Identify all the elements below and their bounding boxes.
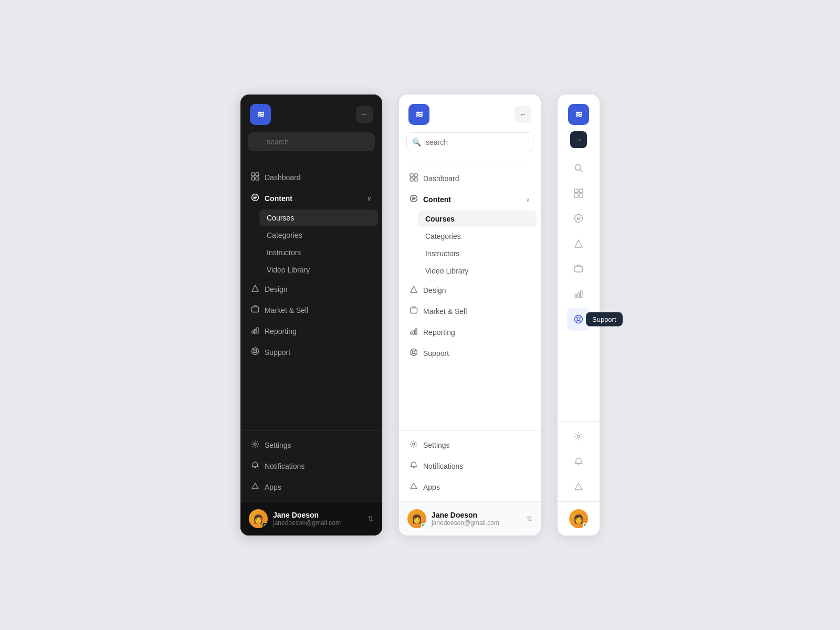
sidebar-item-support[interactable]: Support: [403, 343, 537, 363]
divider: [406, 162, 533, 162]
user-email: janedoeson@gmail.com: [273, 519, 362, 527]
reporting-label: Reporting: [423, 328, 455, 337]
settings-icon: [251, 440, 259, 450]
svg-rect-14: [410, 178, 413, 181]
svg-rect-3: [256, 177, 259, 180]
svg-rect-19: [413, 330, 415, 334]
submenu-item-categories[interactable]: Categories: [418, 228, 537, 245]
logo-icon: ≋: [575, 109, 582, 120]
market-icon: [410, 306, 418, 317]
sidebar-item-apps[interactable]: Apps: [403, 477, 537, 497]
svg-point-11: [254, 443, 256, 445]
sidebar-item-dashboard[interactable]: Dashboard: [403, 169, 537, 188]
sidebar-item-support[interactable]: Support: [245, 342, 378, 362]
icon-nav-apps[interactable]: [567, 475, 590, 498]
svg-point-10: [254, 350, 257, 353]
logo-button[interactable]: ≋: [568, 104, 589, 125]
bottom-nav: Settings Notifications Apps: [399, 430, 541, 501]
user-footer[interactable]: 👩 Jane Doeson janedoeson@gmail.com ⇅: [399, 501, 541, 536]
content-label: Content: [265, 194, 292, 203]
avatar: 👩: [569, 509, 588, 528]
icon-sidebar: ≋ → Support: [558, 94, 600, 536]
svg-point-22: [413, 351, 415, 354]
online-status-dot: [421, 523, 426, 528]
user-name: Jane Doeson: [273, 511, 362, 519]
main-nav: Dashboard Content ∨ Courses Categories I…: [240, 163, 382, 430]
submenu-item-instructors[interactable]: Instructors: [418, 245, 537, 262]
svg-point-35: [577, 318, 580, 321]
icon-nav-market[interactable]: [567, 257, 590, 280]
apps-label: Apps: [265, 483, 281, 491]
sidebar-item-reporting[interactable]: Reporting: [403, 322, 537, 342]
support-icon: [410, 348, 418, 359]
support-label: Support: [423, 349, 449, 358]
submenu-item-courses[interactable]: Courses: [259, 209, 378, 226]
light-sidebar: ≋ ← 🔍 Dashboard Content ∨ Courses: [399, 94, 541, 536]
icon-nav: Support: [558, 153, 600, 421]
sidebar-item-design[interactable]: Design: [403, 280, 537, 300]
logo-icon: ≋: [415, 109, 423, 120]
icon-sidebar-header: ≋ →: [568, 94, 589, 153]
expand-button[interactable]: →: [570, 131, 587, 148]
svg-rect-25: [574, 189, 578, 193]
search-input[interactable]: [406, 132, 533, 152]
sidebar-item-notifications[interactable]: Notifications: [403, 456, 537, 476]
search-container: 🔍: [406, 132, 533, 152]
sidebar-item-market-sell[interactable]: Market & Sell: [245, 300, 378, 320]
notifications-icon: [410, 461, 418, 471]
svg-point-9: [252, 348, 259, 355]
submenu-item-instructors[interactable]: Instructors: [259, 244, 378, 261]
icon-nav-support[interactable]: [567, 308, 590, 331]
submenu-item-courses[interactable]: Courses: [418, 211, 537, 227]
submenu-item-video-library[interactable]: Video Library: [418, 262, 537, 279]
reporting-label: Reporting: [265, 327, 297, 335]
user-info: Jane Doeson janedoeson@gmail.com: [432, 511, 521, 527]
content-submenu: Courses Categories Instructors Video Lib…: [259, 209, 378, 278]
dashboard-label: Dashboard: [265, 173, 301, 182]
notifications-icon: [251, 461, 259, 471]
icon-nav-design[interactable]: [567, 232, 590, 255]
svg-rect-1: [256, 173, 259, 176]
market-icon: [251, 305, 259, 316]
search-input[interactable]: [248, 132, 375, 151]
design-icon: [410, 285, 418, 296]
user-info: Jane Doeson janedoeson@gmail.com: [273, 511, 362, 527]
sidebar-item-notifications[interactable]: Notifications: [245, 456, 378, 476]
sidebar-item-apps[interactable]: Apps: [245, 477, 378, 497]
svg-point-36: [578, 435, 580, 438]
sort-arrows-icon: ⇅: [526, 514, 532, 523]
chevron-icon: ∨: [526, 196, 530, 203]
sidebar-item-content[interactable]: Content ∨: [403, 190, 537, 209]
icon-nav-notifications[interactable]: [567, 450, 590, 473]
back-button[interactable]: ←: [514, 106, 531, 123]
content-icon: [251, 193, 259, 204]
sidebar-item-content[interactable]: Content ∨: [245, 188, 378, 208]
icon-nav-reporting[interactable]: [567, 282, 590, 306]
submenu-item-categories[interactable]: Categories: [259, 227, 378, 244]
icon-nav-content[interactable]: [567, 207, 590, 230]
svg-rect-15: [414, 178, 417, 181]
user-footer[interactable]: 👩 Jane Doeson janedoeson@gmail.com ⇅: [240, 501, 382, 536]
logo-button[interactable]: ≋: [250, 104, 271, 125]
icon-bottom-nav: [558, 421, 600, 501]
icon-nav-dashboard[interactable]: [567, 182, 590, 205]
sidebar-item-design[interactable]: Design: [245, 279, 378, 299]
icon-nav-settings[interactable]: [567, 425, 590, 448]
sidebar-item-settings[interactable]: Settings: [403, 435, 537, 455]
submenu-item-video-library[interactable]: Video Library: [259, 261, 378, 278]
support-label: Support: [265, 348, 290, 356]
icon-nav-search[interactable]: [567, 156, 590, 180]
sidebar-item-settings[interactable]: Settings: [245, 435, 378, 455]
content-icon: [410, 194, 418, 205]
svg-point-21: [411, 349, 417, 356]
settings-icon: [410, 440, 418, 450]
svg-rect-31: [575, 295, 577, 298]
sidebar-item-reporting[interactable]: Reporting: [245, 321, 378, 341]
logo-button[interactable]: ≋: [408, 104, 429, 125]
svg-rect-12: [410, 174, 413, 177]
icon-user-footer[interactable]: 👩: [558, 501, 600, 536]
sidebar-item-market-sell[interactable]: Market & Sell: [403, 301, 537, 321]
reporting-icon: [410, 327, 418, 338]
back-button[interactable]: ←: [356, 106, 373, 123]
sidebar-item-dashboard[interactable]: Dashboard: [245, 167, 378, 187]
